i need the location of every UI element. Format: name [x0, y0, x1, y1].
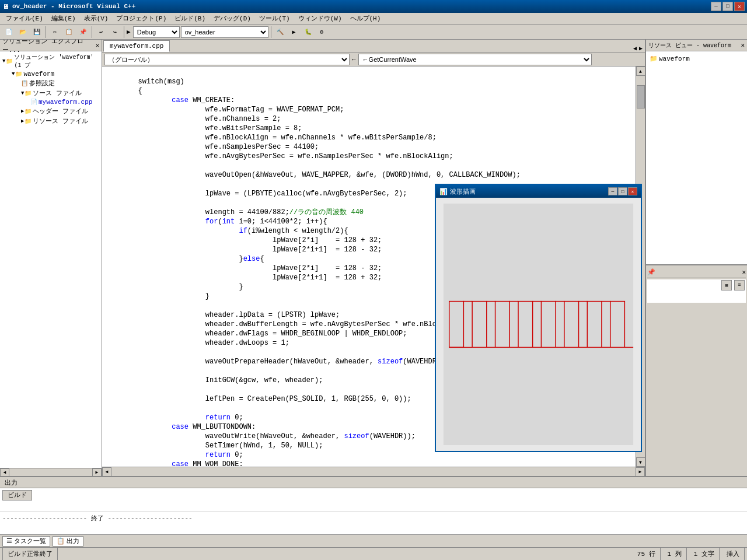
toolbar-undo[interactable]: ↩	[95, 26, 107, 38]
solution-explorer-close[interactable]: ✕	[96, 42, 99, 49]
icon-header: 📁	[25, 108, 32, 115]
hscroll-code-right[interactable]: ▶	[636, 467, 645, 477]
menu-project[interactable]: プロジェクト(P)	[113, 13, 170, 23]
tree-label-resource: リソース ファイル	[33, 117, 88, 125]
toolbar-debug-btn[interactable]: 🐛	[302, 26, 315, 38]
output-content: ビルド	[0, 488, 747, 511]
taskbar-label-output: 出力	[67, 537, 79, 545]
title-text: ov_header - Microsoft Visual C++	[12, 3, 135, 10]
status-col-text: 1 列	[668, 550, 682, 558]
config-dropdown[interactable]: Debug	[133, 26, 180, 38]
tab-prev[interactable]: ◀	[632, 45, 638, 52]
menu-build[interactable]: ビルド(B)	[171, 13, 209, 23]
tree-item-waveform[interactable]: ▼ 📁 waveform	[1, 70, 100, 78]
solution-tree: ▼ 📁 ソリューション 'waveform' (1 プ ▼ 📁 waveform…	[0, 51, 102, 468]
taskbar-items: ☰ タスク一覧 📋 出力	[0, 535, 86, 548]
toolbar-open[interactable]: 📂	[16, 26, 29, 38]
tree-item-resource[interactable]: ▶ 📁 リソース ファイル	[1, 116, 100, 126]
menu-view[interactable]: 表示(V)	[81, 13, 112, 23]
solution-explorer: ソリューション エクスプロー... ✕ ▼ 📁 ソリューション 'wavefor…	[0, 40, 102, 476]
vscroll-up[interactable]: ▲	[636, 66, 645, 76]
status-mode-text: 挿入	[727, 550, 739, 558]
tree-label-cpp: mywaveform.cpp	[39, 99, 92, 106]
hscroll-right[interactable]: ▶	[92, 468, 102, 477]
tab-label-cpp: mywaveform.cpp	[110, 43, 163, 50]
menu-bar: ファイル(E) 編集(E) 表示(V) プロジェクト(P) ビルド(B) デバッ…	[0, 13, 747, 24]
toolbar-redo[interactable]: ↪	[109, 26, 121, 38]
toolbar-save[interactable]: 💾	[30, 26, 43, 38]
maximize-button[interactable]: □	[722, 2, 733, 11]
build-output: ---------------------- 終了 --------------…	[0, 511, 747, 534]
waveform-svg	[442, 204, 635, 445]
menu-edit[interactable]: 編集(E)	[48, 13, 79, 23]
view-icon1[interactable]: ⊞	[721, 280, 732, 290]
toolbar-sep4	[271, 26, 271, 38]
icon-waveform-right: 📁	[650, 55, 658, 62]
tab-next[interactable]: ▶	[638, 45, 644, 52]
platform-dropdown[interactable]: ov_header	[181, 26, 268, 38]
taskbar-tab-output[interactable]: 📋 出力	[53, 536, 83, 547]
tab-build[interactable]: ビルド	[2, 490, 32, 501]
solution-explorer-header: ソリューション エクスプロー... ✕	[0, 40, 102, 51]
right-bottom-pin[interactable]: 📌	[647, 268, 655, 276]
toolbar-settings-btn[interactable]: ⚙	[316, 26, 329, 38]
menu-file[interactable]: ファイル(E)	[2, 13, 47, 23]
expand-icon-waveform[interactable]: ▼	[12, 71, 15, 77]
bottom-area: 出力 ビルド ---------------------- 終了 -------…	[0, 476, 747, 534]
expand-icon-header[interactable]: ▶	[21, 108, 24, 114]
right-panel-close[interactable]: ✕	[741, 41, 745, 49]
popup-close[interactable]: ✕	[628, 187, 637, 195]
menu-debug[interactable]: デバッグ(D)	[210, 13, 254, 23]
tab-nav: ◀ ▶	[632, 45, 645, 52]
status-char: 1 文字	[689, 548, 720, 560]
tree-item-source[interactable]: ▼ 📁 ソース ファイル	[1, 88, 100, 98]
right-panel-tree-item[interactable]: 📁 waveform	[648, 54, 745, 64]
minimize-button[interactable]: ─	[711, 2, 721, 11]
right-side-panel: リソース ビュー - waveform ✕ 📁 waveform 📌 ✕ ⊞	[645, 40, 747, 476]
tree-item-header[interactable]: ▶ 📁 ヘッダー ファイル	[1, 106, 100, 116]
output-label-bar: 出力	[0, 477, 747, 488]
right-icon-row: ⊞ ≡	[647, 279, 746, 291]
vscroll-thumb[interactable]	[637, 85, 645, 108]
toolbar-run-btn[interactable]: ▶	[288, 26, 301, 38]
taskbar-icon-output: 📋	[57, 537, 65, 545]
tree-item-references[interactable]: 📋 参照設定	[1, 78, 100, 88]
tree-item-cpp[interactable]: 📄 mywaveform.cpp	[1, 98, 100, 106]
scope-dropdown[interactable]: （グローバル）	[104, 54, 350, 65]
vscroll-down[interactable]: ▼	[636, 457, 645, 467]
toolbar-copy[interactable]: 📋	[62, 26, 75, 38]
expand-icon-source[interactable]: ▼	[21, 90, 24, 96]
menu-window[interactable]: ウィンドウ(W)	[295, 13, 345, 23]
tree-item-solution[interactable]: ▼ 📁 ソリューション 'waveform' (1 プ	[1, 52, 100, 70]
right-bottom-header: 📌 ✕	[647, 267, 746, 278]
right-bottom-close[interactable]: ✕	[742, 268, 746, 276]
close-button[interactable]: ✕	[734, 2, 745, 11]
explorer-hscroll[interactable]: ◀ ▶	[0, 468, 102, 476]
status-bar: ビルド正常終了 75 行 1 列 1 文字 挿入	[0, 547, 747, 560]
toolbar-cut[interactable]: ✂	[48, 26, 61, 38]
menu-help[interactable]: ヘルプ(H)	[347, 13, 385, 23]
expand-icon-solution[interactable]: ▼	[2, 58, 5, 64]
toolbar-build-btn[interactable]: 🔨	[274, 26, 287, 38]
popup-title-bar: 📊 波形描画 ─ □ ✕	[436, 185, 641, 198]
tree-label-source: ソース ファイル	[33, 89, 82, 97]
hscroll-left[interactable]: ◀	[0, 468, 9, 477]
view-icon2[interactable]: ≡	[734, 280, 745, 290]
function-dropdown[interactable]: ←GetCurrentWave	[358, 54, 592, 65]
expand-icon-resource[interactable]: ▶	[21, 118, 24, 124]
status-char-text: 1 文字	[694, 550, 714, 558]
menu-tools[interactable]: ツール(T)	[256, 13, 294, 23]
popup-minimize[interactable]: ─	[608, 187, 617, 195]
toolbar-new[interactable]: 📄	[2, 26, 15, 38]
popup-maximize[interactable]: □	[618, 187, 627, 195]
editor-dropdown-bar: （グローバル） ← ←GetCurrentWave	[102, 52, 645, 66]
status-ready-text: ビルド正常終了	[8, 550, 53, 558]
icon-source: 📁	[25, 90, 32, 97]
right-panel-title: リソース ビュー - waveform	[648, 41, 731, 50]
toolbar-paste[interactable]: 📌	[76, 26, 89, 38]
editor-tab-cpp[interactable]: mywaveform.cpp	[103, 40, 170, 52]
hscroll-code-left[interactable]: ◀	[102, 467, 111, 477]
code-hscroll[interactable]: ◀ ▶	[102, 467, 645, 476]
taskbar-tab-list[interactable]: ☰ タスク一覧	[2, 536, 50, 547]
tree-label-header: ヘッダー ファイル	[33, 107, 88, 116]
